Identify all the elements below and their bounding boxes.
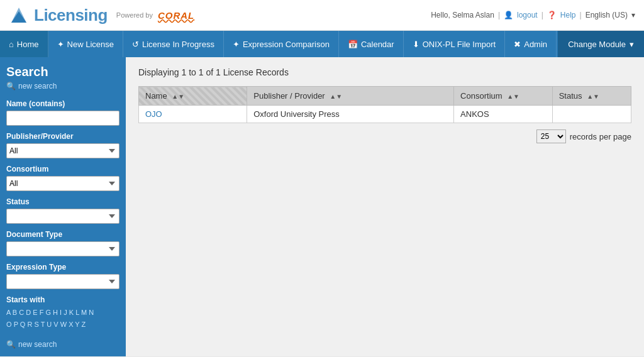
letter-O[interactable]: O (6, 321, 12, 328)
name-input[interactable] (6, 111, 119, 126)
status-select[interactable] (6, 209, 119, 224)
search-title: Search (6, 65, 119, 79)
letter-G[interactable]: G (45, 309, 51, 316)
starts-with-row2: O P Q R S T U V W (6, 319, 119, 331)
col-header-name[interactable]: Name ▲▼ (139, 87, 247, 106)
content-area: Displaying 1 to 1 of 1 License Records N… (126, 57, 644, 356)
table-header: Name ▲▼ Publisher / Provider ▲▼ Consorti… (139, 87, 631, 106)
letter-U[interactable]: U (47, 321, 52, 328)
status-sort-icon[interactable]: ▲▼ (587, 93, 599, 100)
publisher-label: Publisher/Provider (6, 132, 119, 141)
letter-V[interactable]: V (53, 321, 58, 328)
app-logo-icon (9, 5, 29, 25)
logo-area: Licensing Powered by CORAL (9, 5, 194, 25)
svg-marker-1 (11, 11, 26, 23)
letter-N[interactable]: N (89, 309, 94, 316)
per-page-select[interactable]: 10 25 50 100 (536, 129, 566, 143)
new-search-top-link[interactable]: 🔍 new search (6, 82, 119, 91)
letter-Y[interactable]: Y (75, 321, 79, 328)
result-count: Displaying 1 to 1 of 1 License Records (138, 67, 631, 77)
letter-M[interactable]: M (81, 309, 87, 316)
import-icon: ⬇ (413, 40, 419, 49)
document-type-select[interactable] (6, 241, 119, 256)
letter-X[interactable]: X (69, 321, 73, 328)
license-table: Name ▲▼ Publisher / Provider ▲▼ Consorti… (138, 86, 631, 123)
expression-type-field: Expression Type (6, 263, 119, 289)
starts-with-letters: A B C D E F G H I (6, 307, 119, 330)
search-icon-top: 🔍 (6, 82, 16, 91)
col-header-publisher[interactable]: Publisher / Provider ▲▼ (247, 87, 454, 106)
new-license-icon: ✦ (57, 40, 64, 49)
nav-label-home: Home (17, 40, 39, 49)
expression-type-select[interactable] (6, 274, 119, 289)
help-link[interactable]: Help (560, 11, 576, 19)
starts-with-row1: A B C D E F G H I (6, 307, 119, 319)
starts-with-label: Starts with (6, 295, 119, 304)
letter-B[interactable]: B (13, 309, 17, 316)
nav-label-admin: Admin (524, 40, 547, 49)
letter-H[interactable]: H (53, 309, 58, 316)
consortium-sort-icon[interactable]: ▲▼ (507, 93, 519, 100)
search-icon-bottom: 🔍 (6, 340, 16, 349)
user-greeting: Hello, Selma Aslan (431, 11, 494, 19)
col-header-status[interactable]: Status ▲▼ (552, 87, 631, 106)
row-status-cell (552, 106, 631, 123)
user-icon: 👤 (504, 11, 513, 19)
nav-label-expression-comparison: Expression Comparison (243, 40, 330, 49)
calendar-icon: 📅 (348, 40, 358, 49)
publisher-select[interactable]: All (6, 143, 119, 158)
nav-item-license-in-progress[interactable]: ↺ License In Progress (123, 31, 224, 57)
nav-item-admin[interactable]: ✖ Admin (505, 31, 557, 57)
letter-I[interactable]: I (60, 309, 62, 316)
letter-L[interactable]: L (75, 309, 79, 316)
record-link-ojo[interactable]: OJO (145, 109, 162, 119)
letter-T[interactable]: T (41, 321, 45, 328)
consortium-select[interactable]: All (6, 176, 119, 191)
status-label: Status (6, 197, 119, 206)
letter-K[interactable]: K (69, 309, 74, 316)
letter-C[interactable]: C (19, 309, 24, 316)
status-field: Status (6, 197, 119, 224)
app-title: Licensing (34, 6, 108, 25)
col-header-consortium[interactable]: Consortium ▲▼ (454, 87, 553, 106)
letter-E[interactable]: E (33, 309, 37, 316)
expression-type-label: Expression Type (6, 263, 119, 272)
letter-A[interactable]: A (6, 309, 11, 316)
pagination-area: 10 25 50 100 records per page (138, 129, 631, 143)
letter-F[interactable]: F (40, 309, 44, 316)
nav-bar: ⌂ Home ✦ New License ↺ License In Progre… (0, 31, 644, 57)
letter-J[interactable]: J (64, 309, 67, 316)
nav-item-onix-pl[interactable]: ⬇ ONIX-PL File Import (404, 31, 506, 57)
document-type-field: Document Type (6, 230, 119, 256)
letter-Z[interactable]: Z (82, 321, 86, 328)
change-module-dropdown-icon: ▾ (630, 40, 634, 49)
letter-Q[interactable]: Q (20, 321, 26, 328)
nav-item-expression-comparison[interactable]: ✦ Expression Comparison (224, 31, 339, 57)
language-dropdown-icon[interactable]: ▾ (631, 11, 635, 19)
row-publisher-cell: Oxford University Press (247, 106, 454, 123)
nav-item-new-license[interactable]: ✦ New License (48, 31, 123, 57)
logout-link[interactable]: logout (517, 11, 538, 19)
table-row: OJO Oxford University Press ANKOS (139, 106, 631, 123)
letter-R[interactable]: R (27, 321, 32, 328)
letter-W[interactable]: W (60, 321, 67, 328)
publisher-sort-icon[interactable]: ▲▼ (330, 93, 342, 100)
user-area: Hello, Selma Aslan | 👤 logout | ❓ Help |… (431, 11, 635, 19)
table-body: OJO Oxford University Press ANKOS (139, 106, 631, 123)
letter-S[interactable]: S (34, 321, 38, 328)
new-search-bottom-link[interactable]: 🔍 new search (6, 340, 119, 349)
home-icon: ⌂ (9, 40, 14, 49)
compare-icon: ✦ (233, 40, 240, 49)
language-selector[interactable]: English (US) (586, 11, 628, 19)
consortium-label: Consortium (6, 165, 119, 173)
consortium-field: Consortium All (6, 165, 119, 191)
name-sort-icon[interactable]: ▲▼ (172, 93, 184, 100)
change-module-button[interactable]: Change Module ▾ (558, 31, 644, 57)
starts-with-section: Starts with A B C D E F G (6, 295, 119, 330)
change-module-label: Change Module (568, 40, 626, 49)
nav-item-home[interactable]: ⌂ Home (0, 31, 48, 57)
letter-P[interactable]: P (14, 321, 18, 328)
coral-brand: CORAL (158, 10, 194, 21)
nav-item-calendar[interactable]: 📅 Calendar (339, 31, 404, 57)
letter-D[interactable]: D (26, 309, 31, 316)
